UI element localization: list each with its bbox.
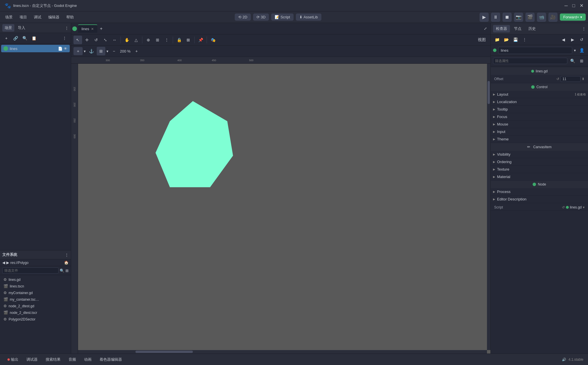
node-script-icon[interactable]: 📄 <box>58 47 63 51</box>
horizontal-scrollbar[interactable] <box>78 350 487 354</box>
menu-scene[interactable]: 场景 <box>2 13 15 21</box>
breadcrumb-back-icon[interactable]: ◀ <box>2 260 5 265</box>
video-button[interactable]: 📹 <box>537 13 546 22</box>
more-tool-button[interactable]: ⋮ <box>162 36 171 44</box>
rotate-tool-button[interactable]: ↺ <box>92 36 100 44</box>
pivot-tool-button[interactable]: ⊕ <box>144 36 153 44</box>
inspector-tab-history[interactable]: 历史 <box>525 25 539 32</box>
script-bottom-arrow-icon[interactable]: ▾ <box>583 205 585 209</box>
close-button[interactable]: ✕ <box>580 3 583 8</box>
search-results-tab[interactable]: 搜索结果 <box>43 356 63 363</box>
focus-section[interactable]: ▶ Focus <box>491 113 588 121</box>
maximize-button[interactable]: □ <box>572 3 575 8</box>
texture-section[interactable]: ▶ Texture <box>491 166 588 173</box>
material-section[interactable]: ▶ Material <box>491 173 588 181</box>
mode-3d-button[interactable]: ⟳ 3D <box>253 13 269 21</box>
ordering-section[interactable]: ▶ Ordering <box>491 158 588 166</box>
node-extra-button[interactable]: 👤 <box>578 46 586 54</box>
mouse-section[interactable]: ▶ Mouse <box>491 121 588 128</box>
node-visibility-icon[interactable]: 👁 <box>64 47 67 51</box>
breadcrumb-forward-icon[interactable]: ▶ <box>6 260 9 265</box>
menu-project[interactable]: 项目 <box>17 13 30 21</box>
forward-plus-button[interactable]: Forward+ ▾ <box>560 13 586 21</box>
editor-description-section[interactable]: ▶ Editor Description <box>491 196 588 203</box>
search-scene-button[interactable]: 🔍 <box>21 34 29 42</box>
filter-properties-input[interactable] <box>493 58 567 64</box>
new-resource-button[interactable]: 📁 <box>493 36 501 44</box>
menu-debug[interactable]: 调试 <box>31 13 44 21</box>
fullscreen-button[interactable]: ⤢ <box>481 25 489 33</box>
add-tab-button[interactable]: + <box>97 25 105 33</box>
node-name-input[interactable] <box>498 47 572 54</box>
more-scene-button[interactable]: ⋮ <box>61 34 69 42</box>
audio-tab[interactable]: 音频 <box>66 356 79 363</box>
stop-button[interactable]: ⏹ <box>502 13 512 22</box>
tooltip-section[interactable]: ▶ Tooltip <box>491 106 588 113</box>
add-node-button[interactable]: + <box>2 34 10 42</box>
import-tab[interactable]: 导入 <box>15 24 28 32</box>
mode-assetlib-button[interactable]: ⬇ AssetLib <box>296 13 321 21</box>
fs-item-node2-dtest-tscr[interactable]: 🎬 node_2_dtest.tscr <box>1 309 70 316</box>
inspector-tab-checker[interactable]: 检查器 <box>493 25 510 32</box>
process-section[interactable]: ▶ Process <box>491 188 588 196</box>
link-button[interactable]: 🔗 <box>11 34 20 42</box>
add-dropdown-icon[interactable]: ▾ <box>84 49 86 53</box>
debugger-tab[interactable]: 调试器 <box>24 356 40 363</box>
filter-search-button[interactable]: 🔍 <box>568 57 577 65</box>
scene-panel-more-icon[interactable]: ⋮ <box>65 26 69 30</box>
offset-input[interactable] <box>560 76 581 82</box>
filesystem-filter-input[interactable] <box>2 267 59 274</box>
script-bottom-reset-icon[interactable]: ↺ <box>562 205 565 209</box>
fs-item-lines-gd[interactable]: ⚙ lines.gd <box>1 276 70 283</box>
inspector-tab-node[interactable]: 节点 <box>511 25 524 32</box>
inspector-back-button[interactable]: ◀ <box>559 36 567 44</box>
lock-button[interactable]: 🔒 <box>175 36 183 44</box>
shader-editor-tab[interactable]: 着色器编辑器 <box>97 356 125 363</box>
fs-item-polygon2dsector[interactable]: ⚙ Polygon2DSector <box>1 316 70 322</box>
filesystem-sort-icon[interactable]: ⊞ <box>65 269 69 273</box>
inspector-more-icon[interactable]: ⋮ <box>582 26 586 31</box>
inspector-forward-button[interactable]: ▶ <box>568 36 577 44</box>
menu-help[interactable]: 帮助 <box>63 13 77 21</box>
anchor-canvas-button[interactable]: ⚓ <box>87 47 96 55</box>
game-button[interactable]: 🎥 <box>548 13 558 22</box>
fs-item-lines-tscn[interactable]: 🎬 lines.tscn <box>1 283 70 289</box>
camera-button[interactable]: 📷 <box>514 13 523 22</box>
movie-button[interactable]: 🎬 <box>525 13 535 22</box>
minimize-button[interactable]: ─ <box>564 3 568 8</box>
inspector-more-button[interactable]: ⋮ <box>521 36 529 44</box>
open-resource-button[interactable]: 📂 <box>502 36 510 44</box>
visibility-section[interactable]: ▶ Visibility <box>491 151 588 158</box>
anchor-button[interactable]: 📌 <box>196 36 205 44</box>
copy-scene-button[interactable]: 📋 <box>30 34 38 42</box>
pause-button[interactable]: ⏸ <box>491 13 500 22</box>
view-button[interactable]: 视图 <box>476 36 488 44</box>
mode-2d-button[interactable]: ⟲ 2D <box>235 13 251 21</box>
grid-dropdown-icon[interactable]: ▾ <box>106 49 108 53</box>
offset-reset-icon[interactable]: ↺ <box>556 77 559 81</box>
menu-editor[interactable]: 编辑器 <box>45 13 62 21</box>
mode-script-button[interactable]: 📝 Script <box>271 13 293 21</box>
title-bar-controls[interactable]: ─ □ ✕ <box>564 3 583 8</box>
grid-tool-button[interactable]: ⊞ <box>153 36 162 44</box>
scene-node-lines[interactable]: lines 📄 👁 <box>1 45 70 52</box>
tab-close-icon[interactable]: ✕ <box>91 27 94 31</box>
filesystem-more-icon[interactable]: ⋮ <box>65 253 69 257</box>
horizontal-scrollbar-thumb[interactable] <box>135 351 193 353</box>
zoom-out-button[interactable]: − <box>110 47 118 55</box>
node-dropdown-icon[interactable]: ▾ <box>574 48 576 53</box>
grid-canvas-button[interactable]: ⊞ <box>97 47 105 55</box>
filter-layout-button[interactable]: ⊞ <box>578 57 586 65</box>
fs-item-my-container-tsc[interactable]: 🎬 my_container.tsc… <box>1 296 70 303</box>
filesystem-filter-icon[interactable]: 🔍 <box>60 269 64 273</box>
inspector-reset-button[interactable]: ↺ <box>578 36 586 44</box>
theme-section[interactable]: ▶ Theme <box>491 136 588 143</box>
vertical-scrollbar-thumb[interactable] <box>488 81 490 104</box>
fs-item-node2-dtest-gd[interactable]: ⚙ node_2_dtest.gd <box>1 303 70 309</box>
add-node-canvas-button[interactable]: + <box>73 47 83 55</box>
fs-item-mycontainer-gd[interactable]: ⚙ myContainer.gd <box>1 289 70 296</box>
localization-section[interactable]: ▶ Localization <box>491 98 588 106</box>
save-resource-button[interactable]: 💾 <box>511 36 519 44</box>
scale-tool-button[interactable]: ⤡ <box>101 36 110 44</box>
pan-tool-button[interactable]: ✋ <box>123 36 131 44</box>
